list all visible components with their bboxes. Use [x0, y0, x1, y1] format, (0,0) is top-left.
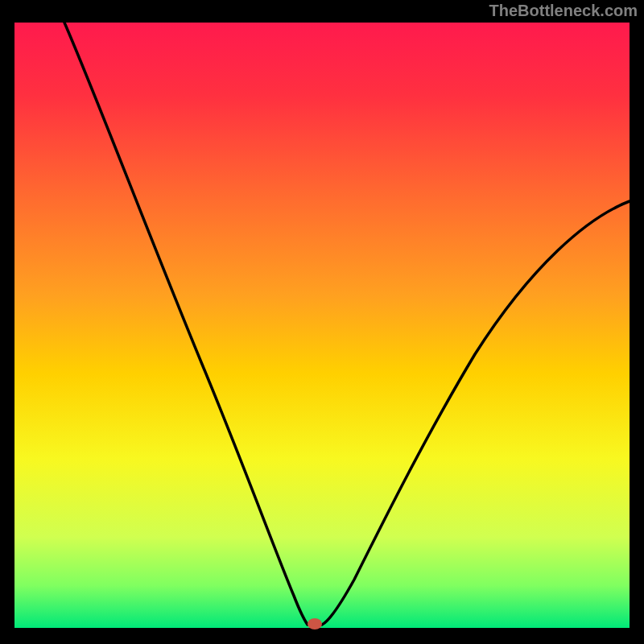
plot-background	[14, 23, 630, 628]
chart-svg	[0, 0, 644, 644]
chart-container: TheBottleneck.com	[0, 0, 644, 644]
minimum-marker	[308, 618, 322, 630]
watermark-text: TheBottleneck.com	[489, 2, 638, 20]
